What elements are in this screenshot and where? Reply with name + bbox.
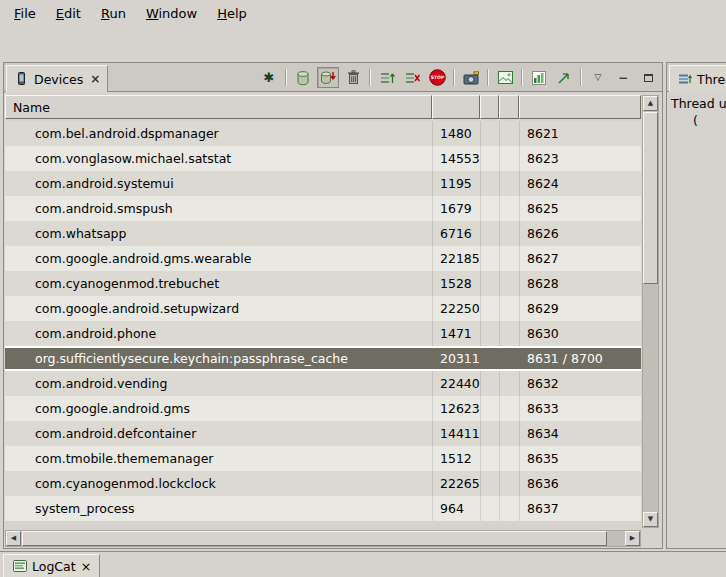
empty-cell	[480, 496, 499, 521]
empty-cell	[480, 121, 499, 146]
tab-threads[interactable]: Threads	[669, 65, 726, 92]
debug-process-icon[interactable]: ✱	[258, 67, 280, 88]
empty-cell	[499, 421, 519, 446]
stop-thread-updates-icon[interactable]	[401, 67, 423, 88]
process-port: 8627	[519, 246, 641, 271]
column-header-empty-2	[499, 95, 519, 119]
devices-toolbar: ✱ STOP	[258, 66, 659, 89]
devices-view: Devices × ✱	[3, 62, 663, 549]
table-row[interactable]: com.android.vending 22440 8632	[5, 371, 641, 396]
table-row[interactable]: com.whatsapp 6716 8626	[5, 221, 641, 246]
threads-view: Threads Thread up (	[666, 62, 726, 549]
process-pid: 1480	[432, 121, 480, 146]
horizontal-scroll-thumb[interactable]	[22, 531, 607, 546]
empty-cell	[499, 471, 519, 496]
threads-icon	[677, 72, 692, 87]
column-header-empty-1	[480, 95, 499, 119]
process-port: 8628	[519, 271, 641, 296]
process-port: 8623	[519, 146, 641, 171]
process-pid: 22265	[432, 471, 480, 496]
tab-devices[interactable]: Devices ×	[6, 65, 108, 92]
empty-cell	[480, 396, 499, 421]
update-heap-icon[interactable]	[292, 67, 314, 88]
empty-cell	[480, 271, 499, 296]
screen-capture-icon[interactable]	[460, 67, 482, 88]
process-port: 8621	[519, 121, 641, 146]
method-profiling-trace-icon[interactable]	[553, 67, 575, 88]
devices-tabbar: Devices × ✱	[4, 63, 662, 92]
table-row[interactable]: com.google.android.gms.wearable 22185 86…	[5, 246, 641, 271]
table-row[interactable]: com.android.smspush 1679 8625	[5, 196, 641, 221]
process-name: com.tmobile.thememanager	[5, 446, 432, 471]
close-icon[interactable]: ×	[88, 72, 100, 86]
table-row[interactable]: com.google.android.setupwizard 22250 862…	[5, 296, 641, 321]
process-pid: 1471	[432, 321, 480, 346]
threads-tabbar: Threads	[667, 63, 726, 92]
empty-cell	[480, 371, 499, 396]
empty-cell	[499, 196, 519, 221]
process-name: com.vonglasow.michael.satstat	[5, 146, 432, 171]
process-name: com.android.vending	[5, 371, 432, 396]
process-name: com.cyanogenmod.lockclock	[5, 471, 432, 496]
scroll-left-button[interactable]: ◀	[6, 531, 21, 546]
empty-cell	[499, 496, 519, 521]
toolbar-separator	[285, 69, 287, 86]
menu-help[interactable]: Help	[207, 2, 257, 25]
tab-logcat[interactable]: LogCat ×	[3, 554, 100, 577]
process-pid: 1195	[432, 171, 480, 196]
empty-cell	[499, 296, 519, 321]
table-row[interactable]: com.android.phone 1471 8630	[5, 321, 641, 346]
table-row[interactable]: com.android.systemui 1195 8624	[5, 171, 641, 196]
vertical-scroll-thumb[interactable]	[643, 112, 658, 284]
minimize-icon[interactable]: −	[612, 67, 634, 88]
empty-cell	[480, 446, 499, 471]
empty-cell	[480, 296, 499, 321]
process-port: 8634	[519, 421, 641, 446]
process-port: 8630	[519, 321, 641, 346]
menu-file[interactable]: File	[4, 2, 46, 25]
scroll-down-button[interactable]: ▼	[643, 512, 658, 527]
process-name: com.bel.android.dspmanager	[5, 121, 432, 146]
scroll-up-button[interactable]: ▲	[643, 96, 658, 111]
empty-cell	[499, 348, 519, 369]
svg-text:STOP: STOP	[430, 75, 444, 80]
process-port: 8624	[519, 171, 641, 196]
menu-bar: File Edit Run Window Help	[0, 0, 726, 26]
table-row[interactable]: com.tmobile.thememanager 1512 8635	[5, 446, 641, 471]
menu-run[interactable]: Run	[91, 2, 136, 25]
toolbar-separator	[580, 69, 582, 86]
empty-cell	[499, 171, 519, 196]
cause-gc-trash-icon[interactable]	[342, 67, 364, 88]
close-icon[interactable]: ×	[81, 559, 91, 574]
process-pid: 12623	[432, 396, 480, 421]
table-row[interactable]: com.bel.android.dspmanager 1480 8621	[5, 121, 641, 146]
view-menu-icon[interactable]: ▽	[587, 67, 609, 88]
maximize-icon[interactable]	[637, 67, 659, 88]
process-pid: 1512	[432, 446, 480, 471]
dump-hprof-icon[interactable]	[317, 67, 339, 88]
table-row[interactable]: com.cyanogenmod.lockclock 22265 8636	[5, 471, 641, 496]
empty-cell	[480, 348, 499, 369]
threads-tab-label: Threads	[697, 72, 726, 87]
table-row[interactable]: com.android.defcontainer 14411 8634	[5, 421, 641, 446]
left-arrow-icon: ◀	[11, 535, 16, 542]
dump-view-hierarchy-icon[interactable]	[494, 67, 516, 88]
table-row[interactable]: com.vonglasow.michael.satstat 14553 8623	[5, 146, 641, 171]
process-port: 8626	[519, 221, 641, 246]
table-row[interactable]: com.cyanogenmod.trebuchet 1528 8628	[5, 271, 641, 296]
update-threads-icon[interactable]	[376, 67, 398, 88]
stop-process-icon[interactable]: STOP	[426, 67, 448, 88]
column-header-name[interactable]: Name	[5, 95, 432, 119]
menu-edit[interactable]: Edit	[46, 2, 91, 25]
menu-window[interactable]: Window	[136, 2, 207, 25]
devices-tab-label: Devices	[34, 72, 83, 87]
start-method-profiling-icon[interactable]	[528, 67, 550, 88]
table-row[interactable]: com.google.android.gms 12623 8633	[5, 396, 641, 421]
vertical-scrollbar[interactable]: ▲ ▼	[642, 95, 659, 528]
process-pid: 6716	[432, 221, 480, 246]
process-port: 8632	[519, 371, 641, 396]
horizontal-scrollbar[interactable]: ◀ ▶	[5, 530, 641, 547]
scroll-right-button[interactable]: ▶	[625, 531, 640, 546]
table-row[interactable]: org.sufficientlysecure.keychain:passphra…	[5, 346, 641, 371]
table-row[interactable]: system_process 964 8637	[5, 496, 641, 521]
